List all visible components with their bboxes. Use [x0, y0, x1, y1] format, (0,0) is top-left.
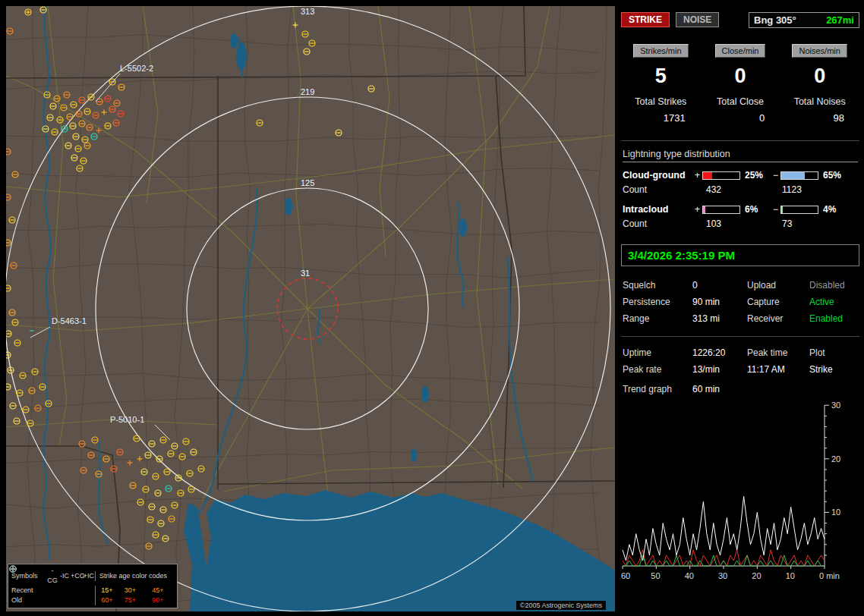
graph-y-tick: 30: [831, 401, 840, 410]
stat-column: Strikes/min5Total Strikes1731: [621, 44, 701, 124]
map-legend: Symbols-CG-IC+CG+ICStrike age color code…: [8, 564, 178, 608]
setting-key: Squelch: [623, 280, 692, 291]
distribution-type-label: Cloud-ground: [623, 170, 692, 181]
setting-key: Capture: [747, 297, 809, 307]
plus-percent: 6%: [740, 204, 771, 215]
minus-sign: −: [771, 170, 780, 181]
copyright-label: ©2005 Astrogenic Systems: [516, 601, 606, 610]
distribution-panel: Lightning type distribution Cloud-ground…: [621, 141, 859, 243]
setting-value: 90 min: [692, 297, 747, 307]
stats-panel: Strikes/min5Total Strikes1731Close/min0T…: [621, 29, 859, 141]
setting-key: Persistence: [623, 297, 692, 307]
graph-x-tick: 40: [685, 571, 694, 580]
sidebar: STRIKE NOISE Bng 305° 267mi Strikes/min5…: [621, 6, 859, 611]
legend-row-label: Recent: [11, 586, 46, 596]
legend-col-header: -IC: [58, 571, 71, 581]
legend-age-value: 45+: [142, 586, 174, 596]
minus-count: 73: [768, 218, 858, 229]
status-cell: 1226:20: [692, 347, 747, 358]
minus-percent: 4%: [818, 204, 849, 215]
trend-graph-value: 60 min: [692, 384, 858, 394]
total-value: 1731: [621, 112, 701, 124]
status-cell: Uptime: [623, 347, 692, 358]
legend-age-value: 75+: [118, 596, 142, 605]
legend-age-value: 30+: [118, 586, 142, 596]
legend-col-header: +CG: [71, 571, 83, 581]
legend-age-value: 15+: [95, 586, 118, 596]
setting-value: 313 mi: [692, 313, 747, 324]
bearing-distance: 267mi: [826, 14, 854, 26]
range-ring-label: 219: [301, 87, 314, 96]
rate-value: 5: [621, 64, 701, 88]
legend-row-label: Old: [11, 596, 46, 605]
graph-series-close: [623, 555, 825, 566]
minus-count: 1123: [768, 184, 858, 195]
plus-count: 432: [692, 184, 768, 195]
app-window: 31321912531L-5502-2D-5463-1P-5010-1 Symb…: [0, 0, 864, 616]
setting-value: 0: [692, 280, 747, 291]
status-cell: Peak rate: [623, 364, 692, 375]
setting-key: Range: [623, 313, 692, 324]
bearing-display: Bng 305° 267mi: [749, 12, 859, 28]
distribution-rows: Cloud-ground+25%−65%Count4321123Intraclo…: [623, 170, 858, 229]
plus-bar: [702, 171, 740, 180]
storm-cell-label: P-5010-1: [110, 415, 144, 424]
setting-value: Enabled: [809, 313, 858, 324]
graph-y-tick: 20: [831, 454, 840, 464]
rate-button[interactable]: Close/min: [715, 44, 766, 58]
setting-value: Active: [809, 297, 858, 307]
graph-x-tick: 50: [651, 571, 660, 580]
minus-bar: [780, 206, 818, 214]
status-panel: Uptime1226:20Peak timePlotPeak rate13/mi…: [621, 337, 859, 376]
legend-col-header: -CG: [46, 566, 58, 586]
map-canvas: 31321912531L-5502-2D-5463-1P-5010-1: [6, 6, 615, 611]
legend-col-header: +IC: [83, 571, 95, 581]
stat-column: Noises/min0Total Noises98: [780, 44, 859, 124]
plus-percent: 25%: [740, 170, 771, 181]
topbar: STRIKE NOISE Bng 305° 267mi: [621, 11, 859, 29]
status-cell: Strike: [809, 364, 858, 375]
strike-indicator-button[interactable]: STRIKE: [621, 12, 670, 27]
trend-graph-row: Trend graph 60 min: [621, 376, 859, 394]
distribution-title: Lightning type distribution: [623, 149, 858, 162]
stat-column: Close/min0Total Close0: [701, 44, 780, 124]
total-value: 0: [701, 112, 780, 124]
minus-bar: [780, 171, 818, 180]
minus-percent: 65%: [818, 170, 849, 181]
status-cell: Plot: [809, 347, 858, 358]
total-value: 98: [780, 112, 859, 124]
lightning-map[interactable]: 31321912531L-5502-2D-5463-1P-5010-1 Symb…: [6, 6, 615, 611]
setting-value: Disabled: [809, 280, 858, 291]
distribution-type-label: Intracloud: [623, 204, 692, 215]
datetime-display: 3/4/2026 2:35:19 PM: [621, 244, 859, 266]
distribution-row: Cloud-ground+25%−65%: [623, 170, 858, 181]
graph-series-noises: [623, 550, 825, 566]
status-cell: Peak time: [747, 347, 809, 358]
storm-cell-label: L-5502-2: [120, 64, 153, 73]
legend-age-value: 90+: [142, 596, 174, 605]
distribution-row: Intracloud+6%−4%: [623, 204, 858, 215]
range-ring-label: 313: [301, 7, 314, 16]
plus-sign: +: [692, 170, 702, 181]
graph-x-tick: 30: [718, 571, 727, 580]
settings-panel: Squelch0UploadDisabledPersistence90 minC…: [621, 274, 859, 337]
minus-sign: −: [771, 204, 780, 215]
total-label: Total Strikes: [621, 96, 701, 107]
plus-bar: [702, 206, 740, 214]
setting-key: Upload: [747, 280, 809, 291]
setting-key: Receiver: [747, 313, 809, 324]
status-cell: 11:17 AM: [747, 364, 809, 375]
rate-button[interactable]: Noises/min: [792, 44, 847, 58]
bearing-label: Bng 305°: [754, 14, 796, 26]
count-label: Count: [623, 184, 692, 195]
legend-age-header: Strike age color codes: [95, 571, 174, 581]
rate-value: 0: [701, 64, 780, 88]
rate-button[interactable]: Strikes/min: [633, 44, 688, 58]
count-label: Count: [623, 218, 692, 229]
plus-sign: +: [692, 204, 702, 215]
status-cell: 13/min: [692, 364, 747, 375]
trend-graph-label: Trend graph: [623, 384, 692, 394]
noise-indicator-button[interactable]: NOISE: [676, 12, 719, 27]
graph-y-tick: 10: [831, 508, 840, 517]
range-ring-label: 31: [301, 269, 310, 278]
